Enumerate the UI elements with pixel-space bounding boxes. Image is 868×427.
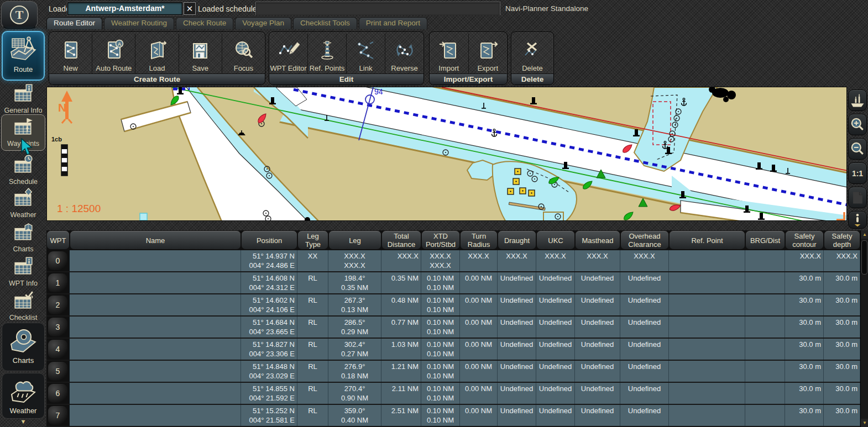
cell-draught[interactable]: Undefined [498,361,536,382]
cell-overhead-clearance[interactable]: XXX.X [620,250,669,271]
sidebar-item-weather[interactable]: Weather [2,373,45,419]
cell-draught[interactable]: Undefined [498,272,536,293]
cell-masthead[interactable]: Undefined [575,383,620,404]
sidebar-item-general-info[interactable]: General Info [1,82,45,113]
table-scrollbar[interactable]: ▲ ▼ [860,230,868,427]
cell-total-distance[interactable]: XXX.X [381,250,421,271]
link-button[interactable]: Link [347,34,385,73]
cell-draught[interactable]: Undefined [498,317,536,338]
zoom-out-button[interactable] [848,138,867,160]
cell-position[interactable]: 51° 14.848 N004° 23.029 E [241,361,297,382]
cell-overhead-clearance[interactable]: Undefined [620,405,669,426]
tab-check-route[interactable]: Check Route [176,17,233,29]
cell-xtd-port-stbd[interactable]: 0.10 NM0.10 NM [421,383,460,404]
cell-overhead-clearance[interactable]: Undefined [620,361,669,382]
cell-leg-type[interactable]: RL [297,383,328,404]
cell-leg-type[interactable]: RL [297,272,328,293]
cell-safety-depth[interactable]: XXX.X [824,250,860,271]
cell-name[interactable] [70,317,241,338]
tab-weather-routing[interactable]: Weather Routing [104,17,174,29]
save-button[interactable]: Save [179,34,222,73]
cell-wpt[interactable]: 4 [46,339,70,360]
sidebar-item-wpt-info[interactable]: WPT Info [1,255,45,286]
cell-brg-dist[interactable] [745,294,785,315]
auto-route-button[interactable]: AAuto Route [92,34,135,73]
cell-ukc[interactable]: XXX.X [536,250,575,271]
cell-draught[interactable]: XXX.X [498,250,536,271]
cell-xtd-port-stbd[interactable]: XXX.XXXX.X [421,250,460,271]
cell-xtd-port-stbd[interactable]: 0.10 NM0.10 NM [421,361,460,382]
cell-name[interactable] [70,272,241,293]
cell-safety-depth[interactable]: 30.0 m [824,294,860,315]
zoom-in-button[interactable] [848,114,867,135]
cell-total-distance[interactable]: 1.21 NM [381,361,421,382]
cell-wpt[interactable]: 0 [46,250,70,271]
cell-ref-point[interactable] [669,294,745,315]
cell-position[interactable]: 51° 14.937 N004° 24.486 E [241,250,297,271]
cell-ukc[interactable]: Undefined [536,383,575,404]
cell-total-distance[interactable]: 0.35 NM [381,272,421,293]
cell-turn-radius[interactable]: XXX.X [460,250,498,271]
cell-safety-depth[interactable]: 30.0 m [824,361,860,382]
cell-overhead-clearance[interactable]: Undefined [620,294,669,315]
wpt-editor-button[interactable]: WPT Editor [269,34,308,73]
cell-wpt[interactable]: 5 [46,361,70,382]
cell-ref-point[interactable] [669,361,745,382]
cell-name[interactable] [70,294,241,315]
cell-leg-type[interactable]: RL [297,294,328,315]
cell-wpt[interactable]: 7 [46,405,70,426]
cell-masthead[interactable]: Undefined [575,361,620,382]
reverse-button[interactable]: Reverse [385,34,423,73]
cell-masthead[interactable]: Undefined [575,317,620,338]
cell-turn-radius[interactable]: 0.00 NM [460,361,498,382]
ref-points-button[interactable]: Ref. Points [308,34,347,73]
cell-safety-contour[interactable]: 30.0 m [785,294,824,315]
sidebar-item-weather[interactable]: Weather [1,186,45,217]
cell-brg-dist[interactable] [745,361,785,382]
sidebar-item-checklist[interactable]: Checklist [1,289,45,320]
cell-total-distance[interactable]: 2.11 NM [381,383,421,404]
cell-turn-radius[interactable]: 0.00 NM [460,405,498,426]
cell-leg[interactable]: 302.4°0.27 NM [328,339,381,360]
load-button[interactable]: Load [135,34,179,73]
close-route-button[interactable]: ✕ [184,2,196,15]
cell-leg-type[interactable]: XX [297,250,328,271]
cell-safety-depth[interactable]: 30.0 m [824,272,860,293]
cell-draught[interactable]: Undefined [498,339,536,360]
cell-ref-point[interactable] [669,272,745,293]
cell-xtd-port-stbd[interactable]: 0.10 NM0.10 NM [421,294,460,315]
cell-position[interactable]: 51° 14.827 N004° 23.306 E [241,339,297,360]
export-button[interactable]: Export [469,34,508,73]
cell-leg[interactable]: 286.5°0.29 NM [328,317,381,338]
cell-leg[interactable]: 359.0°0.40 NM [328,405,381,426]
cell-ref-point[interactable] [669,339,745,360]
tab-checklist-tools[interactable]: Checklist Tools [293,17,357,29]
cell-name[interactable] [70,361,241,382]
cell-overhead-clearance[interactable]: Undefined [620,317,669,338]
cell-draught[interactable]: Undefined [498,383,536,404]
focus-button[interactable]: Focus [222,34,265,73]
cell-safety-depth[interactable]: 30.0 m [824,405,860,426]
cell-brg-dist[interactable] [745,339,785,360]
cell-position[interactable]: 51° 14.684 N004° 23.665 E [241,317,297,338]
nautical-chart[interactable]: 94 [46,87,847,221]
cell-masthead[interactable]: Undefined [575,294,620,315]
cell-ref-point[interactable] [669,405,745,426]
cell-position[interactable]: 51° 14.608 N004° 24.312 E [241,272,297,293]
cell-masthead[interactable]: Undefined [575,272,620,293]
cell-brg-dist[interactable] [745,405,785,426]
cell-safety-contour[interactable]: 30.0 m [785,383,824,404]
cell-masthead[interactable]: Undefined [575,339,620,360]
cell-position[interactable]: 51° 14.602 N004° 24.106 E [241,294,297,315]
loaded-route-field[interactable]: Antwerp-Amsterdam* [67,2,182,15]
cell-brg-dist[interactable] [745,317,785,338]
cell-ref-point[interactable] [669,250,745,271]
cell-leg[interactable]: 270.4°0.90 NM [328,383,381,404]
cell-ukc[interactable]: Undefined [536,272,575,293]
cell-total-distance[interactable]: 1.03 NM [381,339,421,360]
cell-brg-dist[interactable] [745,383,785,404]
cell-ukc[interactable]: Undefined [536,361,575,382]
cell-masthead[interactable]: Undefined [575,405,620,426]
cell-turn-radius[interactable]: 0.00 NM [460,339,498,360]
loaded-schedules-field[interactable] [255,2,500,15]
